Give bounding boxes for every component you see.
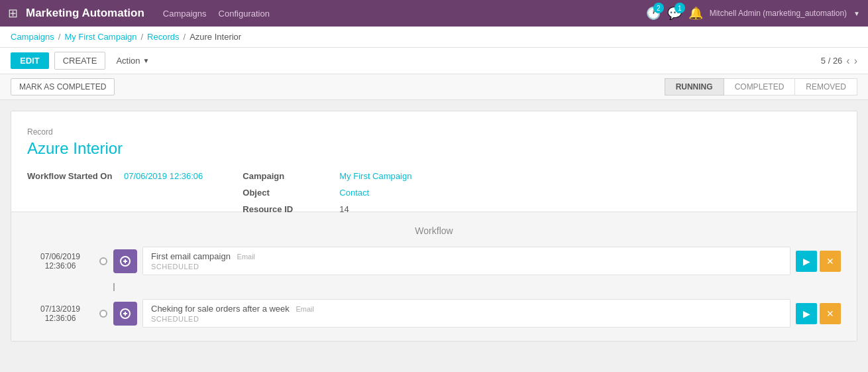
breadcrumb-current: Azure Interior xyxy=(190,32,241,42)
chat-badge[interactable]: 💬 1 xyxy=(667,6,682,21)
workflow-circle-indicator xyxy=(99,310,107,318)
workflow-actions: ▶ ✕ xyxy=(796,303,841,324)
workflow-play-button[interactable]: ▶ xyxy=(796,303,817,324)
workflow-remove-button[interactable]: ✕ xyxy=(820,251,841,272)
workflow-started-label: Workflow Started On xyxy=(27,171,113,181)
breadcrumb-records[interactable]: Records xyxy=(147,32,179,42)
campaign-value[interactable]: My First Campaign xyxy=(339,171,411,181)
field-group-left: Workflow Started On 07/06/2019 12:36:06 xyxy=(27,171,203,214)
tab-running[interactable]: RUNNING xyxy=(665,78,724,95)
workflow-item: 07/13/201912:36:06 Cheking for sale orde… xyxy=(27,299,841,328)
workflow-circle-indicator xyxy=(99,257,107,265)
field-object: Object Contact xyxy=(243,188,411,198)
record-fields: Workflow Started On 07/06/2019 12:36:06 … xyxy=(27,171,841,214)
tab-completed[interactable]: COMPLETED xyxy=(724,78,796,95)
action-chevron-icon: ▼ xyxy=(143,57,150,64)
messages-count: 2 xyxy=(653,3,664,13)
grid-icon[interactable]: ⊞ xyxy=(8,6,18,21)
action-label: Action xyxy=(116,56,140,66)
workflow-status: SCHEDULED xyxy=(151,315,782,323)
user-menu[interactable]: Mitchell Admin (marketing_automation) xyxy=(710,9,847,18)
workflow-type-icon xyxy=(113,302,137,326)
topnav-right: 🕐 2 💬 1 🔔 Mitchell Admin (marketing_auto… xyxy=(646,6,860,21)
nav-configuration[interactable]: Configuration xyxy=(219,9,270,19)
status-bar: MARK AS COMPLETED RUNNING COMPLETED REMO… xyxy=(0,74,868,100)
object-value[interactable]: Contact xyxy=(339,188,369,198)
workflow-status: SCHEDULED xyxy=(151,263,782,271)
nav-campaigns[interactable]: Campaigns xyxy=(163,9,207,19)
workflow-title: Workflow xyxy=(27,225,841,236)
breadcrumb-campaign[interactable]: My First Campaign xyxy=(64,32,136,42)
resource-id-label: Resource ID xyxy=(243,204,329,214)
workflow-item-type: Email xyxy=(296,305,314,313)
tab-removed[interactable]: REMOVED xyxy=(795,78,857,95)
object-label: Object xyxy=(243,188,329,198)
workflow-remove-button[interactable]: ✕ xyxy=(820,303,841,324)
workflow-content: First email campaign Email SCHEDULED xyxy=(142,247,790,275)
workflow-name: Cheking for sale orders after a week xyxy=(151,304,290,314)
workflow-date: 07/13/201912:36:06 xyxy=(27,302,93,326)
workflow-item: 07/06/201912:36:06 First email campaign … xyxy=(27,247,841,275)
workflow-content: Cheking for sale orders after a week Ema… xyxy=(142,299,790,328)
pager-next[interactable]: › xyxy=(854,55,857,67)
workflow-name: First email campaign xyxy=(151,251,231,261)
field-resource-id: Resource ID 14 xyxy=(243,204,411,214)
breadcrumb-campaigns[interactable]: Campaigns xyxy=(11,32,54,42)
topnav: ⊞ Marketing Automation Campaigns Configu… xyxy=(0,0,868,27)
bell-icon[interactable]: 🔔 xyxy=(688,6,703,21)
workflow-date: 07/06/201912:36:06 xyxy=(27,249,93,273)
status-tabs: RUNNING COMPLETED REMOVED xyxy=(665,78,857,95)
workflow-section: Workflow 07/06/201912:36:06 First email … xyxy=(11,212,857,341)
main-content: Record Azure Interior Workflow Started O… xyxy=(0,100,868,352)
action-bar: EDIT CREATE Action ▼ 5 / 26 ‹ › xyxy=(0,48,868,74)
field-group-right: Campaign My First Campaign Object Contac… xyxy=(243,171,411,214)
workflow-actions: ▶ ✕ xyxy=(796,251,841,272)
user-chevron-icon: ▼ xyxy=(853,10,860,17)
record-label: Record xyxy=(27,127,841,137)
action-dropdown[interactable]: Action ▼ xyxy=(116,56,149,66)
workflow-started-value: 07/06/2019 12:36:06 xyxy=(124,171,203,181)
workflow-type-icon xyxy=(113,249,137,273)
workflow-circle-col xyxy=(93,257,113,265)
edit-button[interactable]: EDIT xyxy=(11,52,49,69)
workflow-connector xyxy=(113,283,115,291)
record-card: Record Azure Interior Workflow Started O… xyxy=(11,111,857,341)
mark-completed-button[interactable]: MARK AS COMPLETED xyxy=(11,78,115,95)
messages-badge[interactable]: 🕐 2 xyxy=(646,6,661,21)
app-title: Marketing Automation xyxy=(26,7,144,20)
workflow-circle-col xyxy=(93,310,113,318)
chat-count: 1 xyxy=(675,3,685,13)
create-button[interactable]: CREATE xyxy=(54,52,106,70)
pager-prev[interactable]: ‹ xyxy=(846,55,849,67)
pager: 5 / 26 ‹ › xyxy=(821,55,857,67)
resource-id-value: 14 xyxy=(339,204,349,214)
workflow-items: 07/06/201912:36:06 First email campaign … xyxy=(27,247,841,328)
workflow-item-type: Email xyxy=(237,253,256,261)
breadcrumb: Campaigns / My First Campaign / Records … xyxy=(0,27,868,48)
topnav-links: Campaigns Configuration xyxy=(163,9,646,19)
field-campaign: Campaign My First Campaign xyxy=(243,171,411,181)
workflow-play-button[interactable]: ▶ xyxy=(796,251,817,272)
campaign-label: Campaign xyxy=(243,171,329,181)
record-title: Azure Interior xyxy=(27,139,841,158)
pager-text: 5 / 26 xyxy=(821,56,843,66)
field-workflow-started: Workflow Started On 07/06/2019 12:36:06 xyxy=(27,171,203,181)
